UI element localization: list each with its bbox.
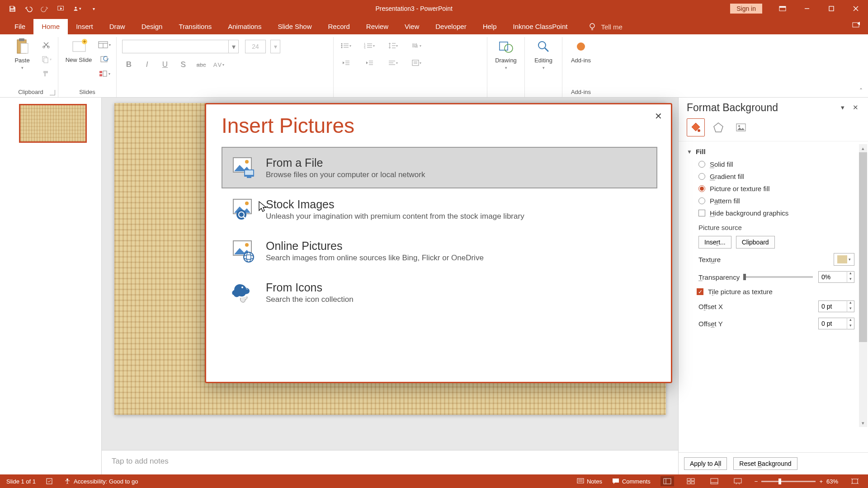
align-button[interactable]: ▾ (386, 58, 400, 68)
dialog-close-icon[interactable]: ✕ (652, 110, 665, 122)
minimize-icon[interactable] (795, 0, 819, 17)
tab-insert[interactable]: Insert (68, 19, 101, 34)
fit-to-window-icon[interactable] (848, 476, 862, 486)
qat-customize-icon[interactable]: ▾ (90, 5, 98, 13)
pane-scrollbar[interactable]: ▴ ▾ (859, 144, 867, 427)
paste-button[interactable]: Paste ▾ (9, 38, 35, 70)
share-icon[interactable] (852, 21, 861, 29)
collapse-ribbon-icon[interactable]: ˄ (859, 87, 863, 94)
char-spacing-button[interactable]: AV▾ (212, 59, 226, 70)
radio-solid-fill[interactable]: Solid fill (685, 158, 866, 170)
pane-tab-fill[interactable] (687, 118, 705, 136)
option-from-icons[interactable]: From IconsSearch the icon collection (222, 272, 657, 313)
underline-button[interactable]: U (158, 59, 172, 70)
tab-developer[interactable]: Developer (427, 19, 474, 34)
italic-button[interactable]: I (140, 59, 154, 70)
spellcheck-icon[interactable] (46, 478, 54, 485)
increase-indent-button[interactable] (363, 58, 376, 68)
scroll-up-icon[interactable]: ▴ (859, 144, 867, 152)
sorter-view-icon[interactable] (684, 476, 698, 486)
radio-pattern-fill[interactable]: Pattern fill (685, 195, 866, 207)
comments-toggle[interactable]: Comments (612, 478, 651, 485)
font-size-dd[interactable]: ▾ (270, 40, 280, 53)
option-stock-images[interactable]: Stock ImagesUnleash your imagination wit… (222, 188, 657, 230)
tab-slideshow[interactable]: Slide Show (269, 19, 320, 34)
cut-icon[interactable] (40, 40, 52, 50)
texture-picker[interactable]: ▾ (834, 253, 854, 266)
tab-home[interactable]: Home (33, 19, 68, 34)
maximize-icon[interactable] (819, 0, 844, 17)
start-from-beginning-icon[interactable] (57, 5, 65, 13)
check-tile[interactable]: ✓Tile picture as texture (685, 286, 866, 298)
tab-file[interactable]: File (6, 19, 33, 34)
sign-in-button[interactable]: Sign in (730, 4, 762, 14)
notes-pane[interactable]: Tap to add notes (102, 450, 678, 474)
pane-close-icon[interactable]: ✕ (849, 101, 862, 114)
align-text-button[interactable]: ▾ (410, 58, 423, 68)
user-icon[interactable]: ▾ (73, 5, 81, 13)
accessibility-status[interactable]: Accessibility: Good to go (64, 478, 138, 485)
transparency-spin[interactable]: ▴▾ (818, 271, 854, 283)
check-hide-bg[interactable]: Hide background graphics (685, 207, 866, 219)
format-painter-icon[interactable] (40, 69, 52, 79)
zoom-in-icon[interactable]: + (819, 478, 823, 485)
section-icon[interactable]: ▾ (98, 69, 111, 79)
tab-classpoint[interactable]: Inknoe ClassPoint (505, 19, 576, 34)
clipboard-picture-button[interactable]: Clipboard (736, 236, 775, 249)
editing-button[interactable]: Editing▾ (530, 38, 557, 70)
offsety-spin[interactable]: ▴▾ (818, 318, 854, 329)
tell-me-search[interactable]: Tell me (584, 19, 627, 34)
tab-review[interactable]: Review (358, 19, 396, 34)
reset-background-button[interactable]: Reset Background (733, 457, 797, 470)
tab-draw[interactable]: Draw (101, 19, 133, 34)
insert-picture-button[interactable]: Insert... (698, 236, 731, 249)
zoom-out-icon[interactable]: − (755, 478, 758, 485)
scroll-down-icon[interactable]: ▾ (859, 419, 867, 427)
undo-icon[interactable] (24, 5, 33, 13)
layout-icon[interactable]: ▾ (98, 40, 111, 50)
radio-picture-fill[interactable]: Picture or texture fill (685, 183, 866, 195)
shadow-button[interactable]: S (176, 59, 190, 70)
font-name-combo[interactable]: ▾ (122, 40, 239, 53)
radio-gradient-fill[interactable]: Gradient fill (685, 170, 866, 183)
tab-help[interactable]: Help (475, 19, 505, 34)
option-from-file[interactable]: From a FileBrowse files on your computer… (222, 147, 657, 188)
option-online-pictures[interactable]: Online PicturesSearch images from online… (222, 230, 657, 272)
reading-view-icon[interactable] (708, 476, 721, 486)
pane-tab-effects[interactable] (709, 118, 727, 136)
zoom-level[interactable]: 63% (826, 478, 838, 485)
transparency-slider[interactable] (743, 276, 813, 278)
pane-tab-picture[interactable] (732, 118, 750, 136)
drawing-button[interactable]: Drawing▾ (493, 38, 519, 70)
copy-icon[interactable]: ▾ (40, 54, 52, 64)
strikethrough-button[interactable]: abc (194, 59, 208, 70)
tab-record[interactable]: Record (320, 19, 358, 34)
notes-toggle[interactable]: Notes (577, 478, 602, 485)
text-direction-button[interactable]: llâ▾ (410, 41, 423, 51)
close-window-icon[interactable] (844, 0, 868, 17)
reset-slide-icon[interactable] (98, 54, 111, 64)
numbering-button[interactable]: 123▾ (363, 41, 376, 51)
ribbon-display-options-icon[interactable] (770, 0, 795, 17)
font-size-combo[interactable]: 24 (245, 40, 266, 53)
tab-view[interactable]: View (396, 19, 427, 34)
line-spacing-button[interactable]: ▾ (386, 41, 400, 51)
slide-count[interactable]: Slide 1 of 1 (6, 478, 36, 485)
tab-design[interactable]: Design (133, 19, 171, 34)
new-slide-button[interactable]: New Slide (64, 38, 94, 63)
normal-view-icon[interactable] (660, 476, 674, 486)
redo-icon[interactable] (41, 5, 49, 13)
addins-button[interactable]: Add-ins (568, 38, 594, 64)
slideshow-view-icon[interactable] (731, 476, 745, 486)
bold-button[interactable]: B (122, 59, 136, 70)
apply-to-all-button[interactable]: Apply to All (684, 457, 727, 470)
pane-options-icon[interactable]: ▾ (836, 101, 849, 114)
decrease-indent-button[interactable] (339, 58, 353, 68)
save-icon[interactable] (8, 5, 16, 13)
offsetx-spin[interactable]: ▴▾ (818, 300, 854, 312)
tab-animations[interactable]: Animations (220, 19, 269, 34)
tab-transitions[interactable]: Transitions (170, 19, 220, 34)
bullets-button[interactable]: ▾ (339, 41, 353, 51)
slide-thumb-1[interactable] (19, 104, 87, 143)
clipboard-launcher-icon[interactable] (50, 90, 55, 95)
